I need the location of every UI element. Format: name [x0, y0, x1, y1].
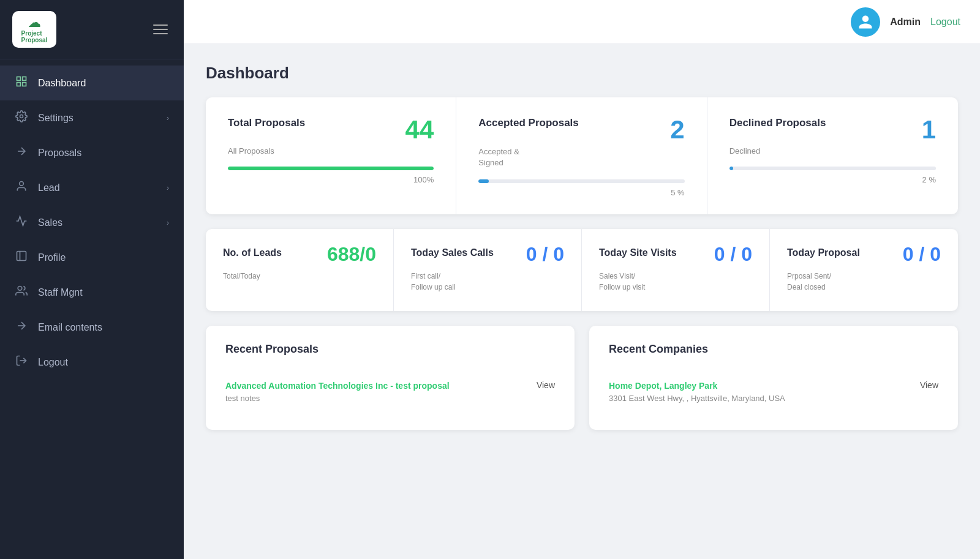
settings-icon — [15, 110, 28, 126]
sidebar-item-email-contents[interactable]: Email contents — [0, 310, 184, 345]
stat-subtitle-total: All Proposals — [228, 146, 434, 156]
sidebar-logo-area: ☁ ProjectProposal — [0, 0, 184, 59]
dashboard-icon — [15, 75, 28, 91]
stat-subtitle-accepted: Accepted &Signed — [478, 146, 684, 168]
sidebar-item-label-email-contents: Email contents — [38, 322, 169, 333]
bottom-row: Recent Proposals Advanced Automation Tec… — [206, 326, 958, 430]
recent-proposals-card: Recent Proposals Advanced Automation Tec… — [206, 326, 575, 430]
metrics-row: No. of Leads 688/0 Total/Today Today Sal… — [206, 229, 958, 311]
hamburger-line — [153, 29, 168, 30]
logo-text: ProjectProposal — [21, 30, 48, 43]
stat-header-accepted: Accepted Proposals 2 — [478, 117, 684, 143]
recent-proposals-title: Recent Proposals — [225, 343, 555, 356]
staff-icon — [15, 285, 28, 300]
metric-card-site-visits: Today Site Visits 0 / 0 Sales Visit/Foll… — [582, 229, 770, 311]
metric-subtitle-leads: Total/Today — [223, 271, 376, 282]
stat-value-total: 44 — [405, 117, 434, 143]
sidebar-item-settings[interactable]: Settings › — [0, 100, 184, 135]
stat-value-accepted: 2 — [670, 117, 684, 143]
svg-rect-7 — [17, 252, 26, 261]
sidebar-item-profile[interactable]: Profile — [0, 240, 184, 275]
svg-rect-0 — [17, 77, 21, 81]
stat-title-total: Total Proposals — [228, 117, 305, 129]
chevron-right-icon-settings: › — [167, 114, 169, 122]
sidebar-item-lead[interactable]: Lead › — [0, 170, 184, 205]
sidebar-item-label-staff-mgnt: Staff Mgnt — [38, 287, 169, 298]
svg-point-4 — [20, 115, 23, 118]
metric-subtitle-site-visits: Sales Visit/Follow up visit — [599, 271, 752, 293]
stat-bar-declined — [729, 167, 936, 170]
stat-header-declined: Declined Proposals 1 — [729, 117, 936, 143]
metric-subtitle-today-proposal: Prposal Sent/Deal closed — [787, 271, 941, 293]
lead-icon — [15, 180, 28, 195]
main-area: Admin Logout Dashboard Total Proposals 4… — [184, 0, 980, 559]
stat-percent-declined: 2 % — [729, 175, 936, 184]
stat-title-accepted: Accepted Proposals — [478, 117, 578, 129]
stat-value-declined: 1 — [922, 117, 936, 143]
stat-subtitle-declined: Declined — [729, 146, 936, 156]
sidebar-item-label-proposals: Proposals — [38, 148, 169, 159]
sidebar-item-logout[interactable]: Logout — [0, 345, 184, 380]
stat-card-declined-proposals: Declined Proposals 1 Declined 2 % — [707, 97, 958, 214]
logout-icon — [15, 355, 28, 370]
page-title: Dashboard — [206, 64, 958, 83]
svg-point-9 — [18, 287, 22, 291]
svg-point-6 — [20, 182, 24, 186]
sidebar-nav: Dashboard Settings › Proposals Lead › — [0, 59, 184, 559]
avatar — [851, 7, 880, 37]
recent-companies-title: Recent Companies — [609, 343, 938, 356]
logout-button[interactable]: Logout — [930, 17, 960, 28]
logo-cloud-icon: ☁ — [28, 15, 40, 30]
sidebar-item-sales[interactable]: Sales › — [0, 205, 184, 240]
metric-value-sales-calls: 0 / 0 — [526, 244, 564, 265]
chevron-right-icon-sales: › — [167, 219, 169, 227]
metric-subtitle-sales-calls: First call/Follow up call — [411, 271, 564, 293]
stat-title-declined: Declined Proposals — [729, 117, 826, 129]
sidebar-item-label-sales: Sales — [38, 217, 157, 228]
stat-card-total-proposals: Total Proposals 44 All Proposals 100% — [206, 97, 456, 214]
sales-icon — [15, 215, 28, 230]
stat-percent-accepted: 5 % — [478, 188, 684, 197]
sidebar-item-staff-mgnt[interactable]: Staff Mgnt — [0, 275, 184, 310]
stat-card-accepted-proposals: Accepted Proposals 2 Accepted &Signed 5 … — [456, 97, 707, 214]
topbar: Admin Logout — [184, 0, 980, 44]
recent-company-item: Home Depot, Langley Park View 3301 East … — [609, 370, 938, 413]
recent-proposal-link[interactable]: Advanced Automation Technologies Inc - t… — [225, 381, 450, 391]
svg-rect-2 — [23, 83, 26, 86]
svg-rect-3 — [17, 83, 21, 86]
hamburger-line — [153, 24, 168, 26]
sidebar-item-proposals[interactable]: Proposals — [0, 135, 184, 170]
sidebar: ☁ ProjectProposal Dashboard Settings › — [0, 0, 184, 559]
stat-bar-fill-declined — [729, 167, 734, 170]
sidebar-item-label-settings: Settings — [38, 113, 157, 124]
metric-card-sales-calls: Today Sales Calls 0 / 0 First call/Follo… — [394, 229, 582, 311]
stat-bar-accepted — [478, 179, 684, 183]
email-icon — [15, 320, 28, 335]
sidebar-item-dashboard[interactable]: Dashboard — [0, 66, 184, 100]
proposals-icon — [15, 145, 28, 160]
sidebar-item-label-lead: Lead — [38, 182, 157, 193]
hamburger-line — [153, 33, 168, 34]
logo: ☁ ProjectProposal — [12, 11, 56, 48]
username-label: Admin — [890, 17, 921, 28]
stats-row: Total Proposals 44 All Proposals 100% Ac… — [206, 97, 958, 214]
metric-card-today-proposal: Today Proposal 0 / 0 Prposal Sent/Deal c… — [770, 229, 958, 311]
sidebar-item-label-dashboard: Dashboard — [38, 78, 169, 89]
recent-companies-card: Recent Companies Home Depot, Langley Par… — [589, 326, 958, 430]
metric-value-today-proposal: 0 / 0 — [903, 244, 941, 265]
stat-bar-total — [228, 167, 434, 170]
sidebar-item-label-logout: Logout — [38, 357, 169, 368]
hamburger-button[interactable] — [149, 21, 172, 38]
stat-header-total: Total Proposals 44 — [228, 117, 434, 143]
svg-rect-1 — [23, 77, 26, 81]
metric-value-leads: 688/0 — [327, 244, 376, 265]
stat-bar-fill-total — [228, 167, 434, 170]
recent-proposal-item: Advanced Automation Technologies Inc - t… — [225, 370, 555, 413]
recent-company-view-button[interactable]: View — [920, 380, 938, 390]
stat-bar-fill-accepted — [478, 179, 489, 183]
recent-proposal-view-button[interactable]: View — [537, 380, 555, 390]
sidebar-item-label-profile: Profile — [38, 252, 169, 263]
metric-value-site-visits: 0 / 0 — [714, 244, 752, 265]
recent-company-link[interactable]: Home Depot, Langley Park — [609, 381, 717, 391]
recent-proposal-note: test notes — [225, 394, 555, 403]
